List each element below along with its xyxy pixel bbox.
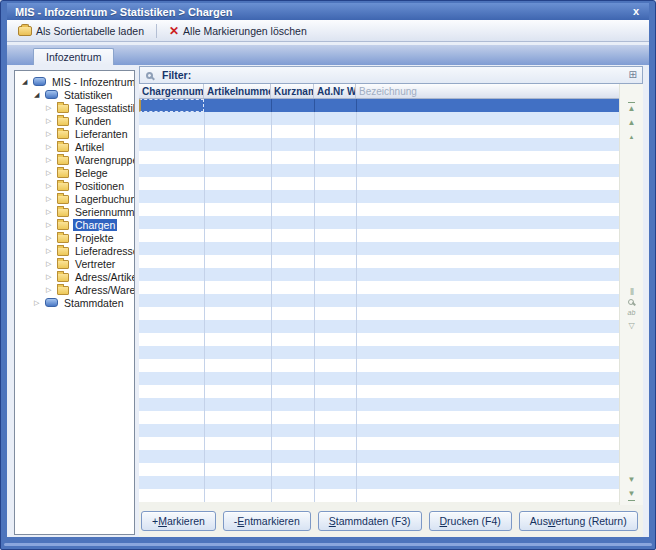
column-header-artikelnummer[interactable]: Artikelnummer <box>204 84 271 98</box>
table-row[interactable] <box>139 450 619 463</box>
tree-item-mis-infozentrum[interactable]: MIS - Infozentrum <box>15 75 134 88</box>
table-row[interactable] <box>139 333 619 346</box>
tree-item-lieferanten[interactable]: Lieferanten <box>15 127 134 140</box>
table-row[interactable] <box>139 346 619 359</box>
arrow-down-icon[interactable]: ▼ <box>628 474 636 486</box>
collapsed-triangle-icon[interactable] <box>46 244 57 257</box>
column-header-chargennummer[interactable]: Chargennummer ▼ <box>139 84 204 98</box>
funnel-icon[interactable]: ▽ <box>628 320 634 332</box>
column-header-adnr-we[interactable]: Ad.Nr WE <box>314 84 356 98</box>
collapsed-triangle-icon[interactable] <box>46 218 57 231</box>
table-row[interactable] <box>139 437 619 450</box>
table-row[interactable] <box>139 476 619 489</box>
load-sort-table-button[interactable]: Als Sortiertabelle laden <box>13 23 149 39</box>
table-row[interactable] <box>139 190 619 203</box>
table-row[interactable] <box>139 112 619 125</box>
tree-item-belege[interactable]: Belege <box>15 166 134 179</box>
table-row[interactable] <box>139 151 619 164</box>
collapsed-triangle-icon[interactable] <box>46 153 57 166</box>
collapsed-triangle-icon[interactable] <box>46 270 57 283</box>
table-row[interactable] <box>139 463 619 476</box>
close-icon[interactable]: x <box>633 6 639 17</box>
table-row[interactable] <box>139 424 619 437</box>
column-chooser-icon[interactable]: ⊞ <box>629 70 637 80</box>
letters-icon[interactable]: ab <box>628 309 636 316</box>
tree-item-vertreter[interactable]: Vertreter <box>15 257 134 270</box>
column-lines-icon[interactable]: ||| <box>630 286 633 295</box>
collapsed-triangle-icon[interactable] <box>46 101 57 114</box>
table-row[interactable] <box>139 307 619 320</box>
table-row[interactable] <box>139 138 619 151</box>
table-row[interactable] <box>139 268 619 281</box>
clear-markings-label: Alle Markierungen löschen <box>183 25 307 37</box>
table-row[interactable] <box>139 203 619 216</box>
column-header-bezeichnung[interactable]: Bezeichnung <box>356 84 619 98</box>
table-row[interactable] <box>139 294 619 307</box>
table-row[interactable] <box>139 411 619 424</box>
collapsed-triangle-icon[interactable] <box>46 179 57 192</box>
collapsed-triangle-icon[interactable] <box>46 140 57 153</box>
filter-label: Filter: <box>162 69 191 81</box>
collapsed-triangle-icon[interactable] <box>46 192 57 205</box>
collapsed-triangle-icon[interactable] <box>46 257 57 270</box>
table-row-selected[interactable] <box>139 99 619 112</box>
tree-item-adress-artikel[interactable]: Adress/Artikel <box>15 270 134 283</box>
expanded-triangle-icon[interactable] <box>34 88 45 101</box>
load-sort-table-label: Als Sortiertabelle laden <box>36 25 144 37</box>
tree-item-chargen[interactable]: Chargen <box>15 218 134 231</box>
tree-item-statistiken[interactable]: Statistiken <box>15 88 134 101</box>
collapsed-triangle-icon[interactable] <box>46 231 57 244</box>
table-row[interactable] <box>139 229 619 242</box>
table-row[interactable] <box>139 125 619 138</box>
scroll-to-bottom-icon[interactable]: ▼ <box>628 488 636 501</box>
tree-item-adress-warengruppen[interactable]: Adress/Warengruppen <box>15 283 134 296</box>
table-row[interactable] <box>139 359 619 372</box>
collapsed-triangle-icon[interactable] <box>46 166 57 179</box>
search-icon[interactable] <box>628 299 634 305</box>
tree-item-projekte[interactable]: Projekte <box>15 231 134 244</box>
red-x-icon: ✕ <box>169 25 179 37</box>
auswertung-button[interactable]: Auswertung (Return) <box>519 511 638 531</box>
tree-item-stammdaten[interactable]: Stammdaten <box>15 296 134 309</box>
tree-item-warengruppen[interactable]: Warengruppen <box>15 153 134 166</box>
tree-item-positionen[interactable]: Positionen <box>15 179 134 192</box>
table-row[interactable] <box>139 320 619 333</box>
tree-item-tagesstatistik[interactable]: Tagesstatistik <box>15 101 134 114</box>
filter-input[interactable] <box>195 68 628 82</box>
folder-icon <box>57 286 69 295</box>
page-up-icon[interactable]: ▲ <box>629 131 635 143</box>
collapsed-triangle-icon[interactable] <box>46 127 57 140</box>
app-window: MIS - Infozentrum > Statistiken > Charge… <box>0 0 656 550</box>
tab-infozentrum[interactable]: Infozentrum <box>33 48 114 65</box>
table-row[interactable] <box>139 216 619 229</box>
page-title: MIS - Infozentrum > Statistiken > Charge… <box>15 6 633 18</box>
stammdaten-button[interactable]: Stammdaten (F3) <box>318 511 422 531</box>
entmarkieren-button[interactable]: - Entmarkieren <box>223 511 311 531</box>
table-row[interactable] <box>139 372 619 385</box>
tree-item-lagerbuchungen[interactable]: Lagerbuchungen <box>15 192 134 205</box>
focused-cell[interactable] <box>139 99 204 112</box>
table-row[interactable] <box>139 177 619 190</box>
scroll-to-top-icon[interactable]: ▲ <box>628 102 636 115</box>
table-row[interactable] <box>139 242 619 255</box>
table-row[interactable] <box>139 398 619 411</box>
collapsed-triangle-icon[interactable] <box>46 205 57 218</box>
table-row[interactable] <box>139 281 619 294</box>
collapsed-triangle-icon[interactable] <box>46 114 57 127</box>
arrow-up-icon[interactable]: ▲ <box>628 117 636 129</box>
markieren-button[interactable]: + Markieren <box>141 511 216 531</box>
tree-item-lieferadressen[interactable]: Lieferadressen <box>15 244 134 257</box>
drucken-button[interactable]: Drucken (F4) <box>429 511 512 531</box>
tree-item-artikel[interactable]: Artikel <box>15 140 134 153</box>
tree-item-seriennummern[interactable]: Seriennummern <box>15 205 134 218</box>
tree-item-kunden[interactable]: Kunden <box>15 114 134 127</box>
table-row[interactable] <box>139 489 619 502</box>
table-row[interactable] <box>139 164 619 177</box>
clear-markings-button[interactable]: ✕ Alle Markierungen löschen <box>164 23 312 39</box>
expanded-triangle-icon[interactable] <box>22 75 33 88</box>
table-row[interactable] <box>139 255 619 268</box>
collapsed-triangle-icon[interactable] <box>46 283 57 296</box>
column-header-kurzname[interactable]: Kurzname <box>271 84 314 98</box>
collapsed-triangle-icon[interactable] <box>34 296 45 309</box>
table-row[interactable] <box>139 385 619 398</box>
